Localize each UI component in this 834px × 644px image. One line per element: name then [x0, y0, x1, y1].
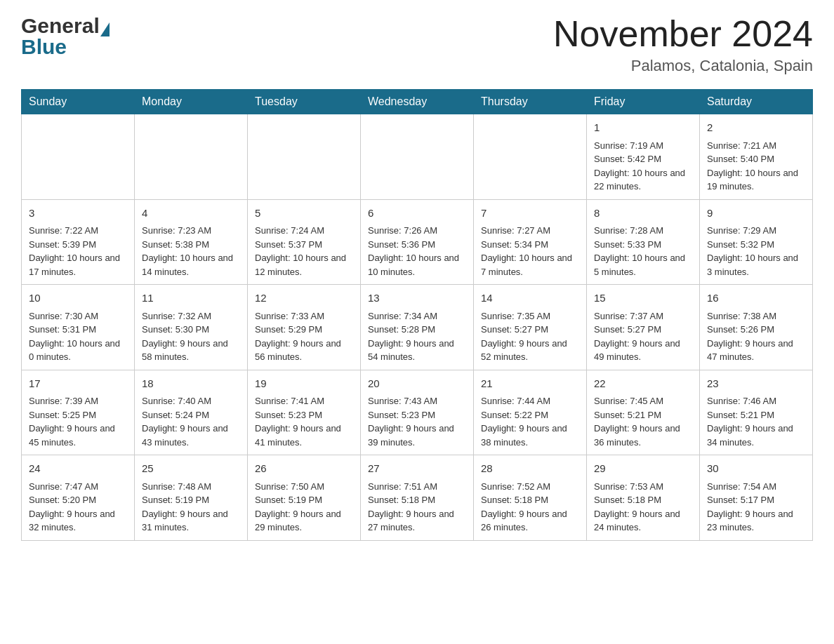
day-number: 30 [707, 461, 805, 477]
cell-info: Sunrise: 7:34 AM Sunset: 5:28 PM Dayligh… [368, 309, 466, 364]
cell-info: Sunrise: 7:40 AM Sunset: 5:24 PM Dayligh… [142, 394, 240, 449]
cell-info: Sunrise: 7:41 AM Sunset: 5:23 PM Dayligh… [255, 394, 353, 449]
day-number: 14 [481, 290, 579, 307]
cell-info: Sunrise: 7:53 AM Sunset: 5:18 PM Dayligh… [594, 480, 692, 535]
calendar-cell: 24Sunrise: 7:47 AM Sunset: 5:20 PM Dayli… [22, 455, 135, 541]
cell-info: Sunrise: 7:39 AM Sunset: 5:25 PM Dayligh… [29, 394, 127, 449]
calendar-table: SundayMondayTuesdayWednesdayThursdayFrid… [21, 89, 813, 541]
calendar-cell: 19Sunrise: 7:41 AM Sunset: 5:23 PM Dayli… [248, 370, 361, 455]
day-number: 24 [29, 461, 127, 477]
day-number: 17 [29, 376, 127, 392]
logo-triangle-icon [100, 22, 110, 36]
day-header-tuesday: Tuesday [248, 90, 361, 114]
day-number: 13 [368, 290, 466, 307]
day-number: 22 [594, 376, 692, 392]
title-section: November 2024 Palamos, Catalonia, Spain [553, 14, 813, 75]
cell-info: Sunrise: 7:44 AM Sunset: 5:22 PM Dayligh… [481, 394, 579, 449]
days-header-row: SundayMondayTuesdayWednesdayThursdayFrid… [22, 90, 813, 114]
day-number: 29 [594, 461, 692, 477]
cell-info: Sunrise: 7:50 AM Sunset: 5:19 PM Dayligh… [255, 480, 353, 535]
cell-info: Sunrise: 7:22 AM Sunset: 5:39 PM Dayligh… [29, 224, 127, 279]
calendar-cell: 5Sunrise: 7:24 AM Sunset: 5:37 PM Daylig… [248, 199, 361, 285]
day-number: 15 [594, 290, 692, 307]
calendar-cell: 3Sunrise: 7:22 AM Sunset: 5:39 PM Daylig… [22, 199, 135, 285]
day-number: 12 [255, 290, 353, 307]
cell-info: Sunrise: 7:19 AM Sunset: 5:42 PM Dayligh… [594, 139, 692, 194]
calendar-cell: 30Sunrise: 7:54 AM Sunset: 5:17 PM Dayli… [700, 455, 813, 541]
cell-info: Sunrise: 7:48 AM Sunset: 5:19 PM Dayligh… [142, 480, 240, 535]
calendar-cell: 28Sunrise: 7:52 AM Sunset: 5:18 PM Dayli… [474, 455, 587, 541]
calendar-cell: 27Sunrise: 7:51 AM Sunset: 5:18 PM Dayli… [361, 455, 474, 541]
calendar-cell [248, 114, 361, 200]
calendar-cell: 15Sunrise: 7:37 AM Sunset: 5:27 PM Dayli… [587, 285, 700, 370]
day-number: 18 [142, 376, 240, 392]
location-text: Palamos, Catalonia, Spain [553, 57, 813, 75]
day-number: 1 [594, 120, 692, 136]
cell-info: Sunrise: 7:29 AM Sunset: 5:32 PM Dayligh… [707, 224, 805, 279]
calendar-cell: 25Sunrise: 7:48 AM Sunset: 5:19 PM Dayli… [135, 455, 248, 541]
calendar-cell [361, 114, 474, 200]
calendar-cell: 20Sunrise: 7:43 AM Sunset: 5:23 PM Dayli… [361, 370, 474, 455]
day-header-sunday: Sunday [22, 90, 135, 114]
calendar-cell [135, 114, 248, 200]
cell-info: Sunrise: 7:26 AM Sunset: 5:36 PM Dayligh… [368, 224, 466, 279]
cell-info: Sunrise: 7:32 AM Sunset: 5:30 PM Dayligh… [142, 309, 240, 364]
week-row-4: 17Sunrise: 7:39 AM Sunset: 5:25 PM Dayli… [22, 370, 813, 455]
calendar-cell: 18Sunrise: 7:40 AM Sunset: 5:24 PM Dayli… [135, 370, 248, 455]
day-number: 4 [142, 206, 240, 222]
calendar-cell: 29Sunrise: 7:53 AM Sunset: 5:18 PM Dayli… [587, 455, 700, 541]
cell-info: Sunrise: 7:21 AM Sunset: 5:40 PM Dayligh… [707, 139, 805, 194]
cell-info: Sunrise: 7:35 AM Sunset: 5:27 PM Dayligh… [481, 309, 579, 364]
calendar-cell: 11Sunrise: 7:32 AM Sunset: 5:30 PM Dayli… [135, 285, 248, 370]
day-number: 11 [142, 290, 240, 307]
cell-info: Sunrise: 7:28 AM Sunset: 5:33 PM Dayligh… [594, 224, 692, 279]
week-row-5: 24Sunrise: 7:47 AM Sunset: 5:20 PM Dayli… [22, 455, 813, 541]
day-number: 19 [255, 376, 353, 392]
calendar-cell: 26Sunrise: 7:50 AM Sunset: 5:19 PM Dayli… [248, 455, 361, 541]
day-number: 6 [368, 206, 466, 222]
cell-info: Sunrise: 7:24 AM Sunset: 5:37 PM Dayligh… [255, 224, 353, 279]
calendar-cell: 7Sunrise: 7:27 AM Sunset: 5:34 PM Daylig… [474, 199, 587, 285]
day-number: 2 [707, 120, 805, 136]
day-number: 7 [481, 206, 579, 222]
day-header-wednesday: Wednesday [361, 90, 474, 114]
cell-info: Sunrise: 7:46 AM Sunset: 5:21 PM Dayligh… [707, 394, 805, 449]
logo-general-text: General [21, 14, 100, 38]
day-number: 10 [29, 290, 127, 307]
day-number: 3 [29, 206, 127, 222]
day-number: 20 [368, 376, 466, 392]
logo: General Blue [21, 14, 110, 59]
cell-info: Sunrise: 7:52 AM Sunset: 5:18 PM Dayligh… [481, 480, 579, 535]
cell-info: Sunrise: 7:23 AM Sunset: 5:38 PM Dayligh… [142, 224, 240, 279]
calendar-cell: 21Sunrise: 7:44 AM Sunset: 5:22 PM Dayli… [474, 370, 587, 455]
day-number: 26 [255, 461, 353, 477]
day-number: 23 [707, 376, 805, 392]
page-header: General Blue November 2024 Palamos, Cata… [21, 14, 813, 75]
week-row-3: 10Sunrise: 7:30 AM Sunset: 5:31 PM Dayli… [22, 285, 813, 370]
month-title: November 2024 [553, 14, 813, 54]
calendar-cell: 6Sunrise: 7:26 AM Sunset: 5:36 PM Daylig… [361, 199, 474, 285]
calendar-cell: 16Sunrise: 7:38 AM Sunset: 5:26 PM Dayli… [700, 285, 813, 370]
cell-info: Sunrise: 7:30 AM Sunset: 5:31 PM Dayligh… [29, 309, 127, 364]
calendar-cell: 2Sunrise: 7:21 AM Sunset: 5:40 PM Daylig… [700, 114, 813, 200]
calendar-cell: 12Sunrise: 7:33 AM Sunset: 5:29 PM Dayli… [248, 285, 361, 370]
week-row-2: 3Sunrise: 7:22 AM Sunset: 5:39 PM Daylig… [22, 199, 813, 285]
day-number: 28 [481, 461, 579, 477]
calendar-cell [22, 114, 135, 200]
calendar-cell: 8Sunrise: 7:28 AM Sunset: 5:33 PM Daylig… [587, 199, 700, 285]
day-number: 16 [707, 290, 805, 307]
calendar-cell [474, 114, 587, 200]
day-header-thursday: Thursday [474, 90, 587, 114]
day-number: 9 [707, 206, 805, 222]
day-header-saturday: Saturday [700, 90, 813, 114]
week-row-1: 1Sunrise: 7:19 AM Sunset: 5:42 PM Daylig… [22, 114, 813, 200]
cell-info: Sunrise: 7:33 AM Sunset: 5:29 PM Dayligh… [255, 309, 353, 364]
cell-info: Sunrise: 7:45 AM Sunset: 5:21 PM Dayligh… [594, 394, 692, 449]
calendar-cell: 10Sunrise: 7:30 AM Sunset: 5:31 PM Dayli… [22, 285, 135, 370]
calendar-cell: 9Sunrise: 7:29 AM Sunset: 5:32 PM Daylig… [700, 199, 813, 285]
calendar-cell: 14Sunrise: 7:35 AM Sunset: 5:27 PM Dayli… [474, 285, 587, 370]
cell-info: Sunrise: 7:54 AM Sunset: 5:17 PM Dayligh… [707, 480, 805, 535]
cell-info: Sunrise: 7:47 AM Sunset: 5:20 PM Dayligh… [29, 480, 127, 535]
day-number: 27 [368, 461, 466, 477]
cell-info: Sunrise: 7:43 AM Sunset: 5:23 PM Dayligh… [368, 394, 466, 449]
